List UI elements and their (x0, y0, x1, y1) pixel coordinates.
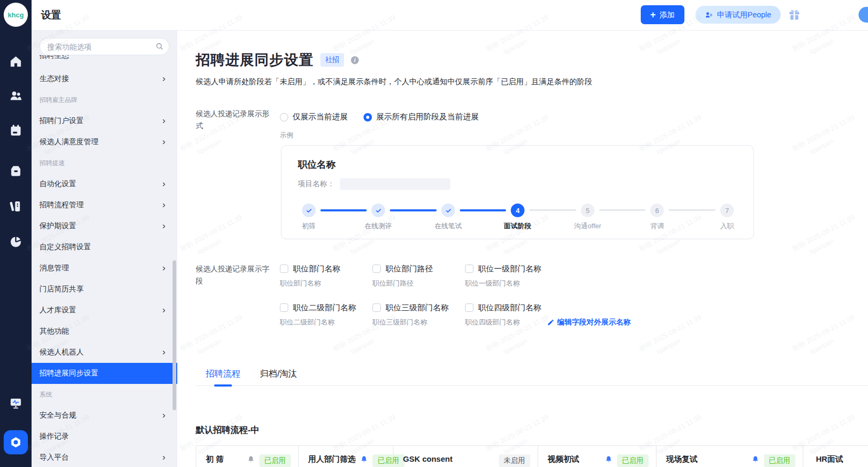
sidebar-item-import-platform[interactable]: 导入平台 (32, 447, 177, 467)
sidebar-item-custom-recruiting[interactable]: 自定义招聘设置 (32, 237, 177, 258)
company-logo[interactable]: khcg (4, 3, 28, 27)
checkbox-icon (465, 303, 473, 312)
tab-recruiting-process[interactable]: 招聘流程 (206, 368, 240, 380)
pencil-icon (547, 319, 554, 326)
sidebar-item-process-management[interactable]: 招聘流程管理 (32, 195, 177, 216)
progress-step: 6 背调 (636, 204, 678, 231)
chevron-right-icon (161, 139, 167, 145)
bell-icon[interactable] (752, 455, 759, 463)
sidebar-item-clipped[interactable]: 招聘生态 (39, 55, 69, 63)
radio-all-stages[interactable]: 展示所有启用阶段及当前进展 (364, 112, 479, 122)
plus-icon: + (650, 10, 656, 19)
briefcase-icon[interactable] (8, 164, 23, 178)
stage-table: 初 筛 已启用 用人部门筛选 已启用 GSK consent 未启用 视频初试 … (196, 445, 868, 467)
progress-step: 在线笔试 (427, 204, 469, 231)
radio-checked-icon[interactable] (364, 113, 372, 121)
progress-step: 在线测评 (357, 204, 399, 231)
sidebar-item-automation[interactable]: 自动化设置 (32, 174, 177, 195)
chevron-right-icon (161, 181, 167, 187)
info-icon[interactable]: i (351, 56, 359, 64)
step-number: 4 (511, 204, 524, 217)
checkbox-dept-l1[interactable]: 职位一级部门名称 (465, 263, 558, 275)
search-input[interactable] (39, 38, 169, 55)
trial-people-button[interactable]: 申请试用People (695, 6, 781, 24)
checkbox-dept-l3[interactable]: 职位三级部门名称 (372, 302, 465, 313)
check-icon (441, 204, 455, 217)
example-label: 示例 (280, 131, 293, 140)
checkbox-icon (372, 265, 381, 273)
field-sub-label: 职位二级部门名称 (280, 318, 372, 327)
field-sub-label: 职位三级部门名称 (372, 318, 465, 327)
top-header: 设置 + 添加 申请试用People (32, 0, 868, 31)
status-badge: 未启用 (499, 454, 531, 467)
section-description: 候选人申请所处阶段若「未启用」，或不满足展示条件时，个人中心或通知中仅展示前序「… (196, 77, 592, 87)
library-icon[interactable] (8, 199, 23, 214)
sidebar-item-other-features[interactable]: 其他功能 (32, 321, 177, 342)
chevron-right-icon (161, 266, 167, 271)
chevron-right-icon (161, 350, 167, 356)
sidebar-item-store-resume-sharing[interactable]: 门店简历共享 (32, 279, 177, 300)
tab-archive-eliminate[interactable]: 归档/淘汰 (260, 368, 297, 380)
sidebar-section-system: 系统 (32, 384, 177, 405)
progress-step: 初筛 (288, 204, 330, 231)
bell-icon[interactable] (247, 455, 255, 463)
check-icon (302, 204, 316, 217)
sidebar-item-operation-log[interactable]: 操作记录 (32, 426, 177, 447)
project-name-label: 项目名称： (298, 179, 335, 189)
radio-current-progress[interactable]: 仅展示当前进展 (280, 112, 348, 122)
stage-cell: GSK consent 未启用 (393, 446, 538, 467)
sidebar-scrollbar[interactable] (173, 260, 176, 410)
tab-active-indicator (214, 384, 232, 387)
sidebar-item-eco-integration[interactable]: 生态对接 (32, 68, 177, 89)
sidebar-item-security-compliance[interactable]: 安全与合规 (32, 405, 177, 426)
chevron-right-icon (161, 455, 167, 461)
settings-icon[interactable] (4, 430, 28, 454)
sidebar-item-talent-pool[interactable]: 人才库设置 (32, 300, 177, 321)
calendar-icon[interactable] (8, 123, 23, 138)
job-title: 职位名称 (298, 158, 336, 171)
step-number: 6 (650, 204, 664, 217)
display-fields: 职位部门名称 职位部门路径 职位一级部门名称 职位部门名称 职位部门路径 职位一… (280, 263, 659, 327)
sidebar-item-portal-settings[interactable]: 招聘门户设置 (32, 110, 177, 131)
gift-icon[interactable] (788, 8, 801, 22)
sidebar-item-candidate-satisfaction[interactable]: 候选人满意度管理 (32, 131, 177, 153)
radio-icon[interactable] (280, 113, 288, 121)
checkbox-icon (280, 265, 288, 273)
sidebar-item-message-management[interactable]: 消息管理 (32, 258, 177, 279)
partial-circle-icon[interactable] (859, 7, 868, 23)
chevron-right-icon (161, 308, 167, 313)
step-number: 5 (581, 204, 594, 217)
users-icon[interactable] (8, 88, 23, 103)
field-sub-label: 职位部门路径 (372, 279, 465, 288)
add-button[interactable]: + 添加 (641, 5, 684, 24)
checkbox-dept-l4[interactable]: 职位四级部门名称 (465, 302, 558, 313)
sidebar-item-protection-period[interactable]: 保护期设置 (32, 216, 177, 237)
bell-icon[interactable] (605, 455, 612, 463)
sidebar-item-progress-sync[interactable]: 招聘进展同步设置 (32, 363, 177, 384)
checkbox-icon (280, 303, 288, 312)
monitor-icon[interactable] (8, 395, 23, 410)
check-icon (371, 204, 385, 217)
app-rail: khcg (0, 0, 32, 467)
sidebar-section-employer-brand: 招聘雇主品牌 (32, 89, 177, 110)
sidebar-section-speedup: 招聘提速 (32, 153, 177, 174)
edit-field-names-link[interactable]: 编辑字段对外展示名称 (547, 318, 631, 327)
progress-step-current: 4 面试阶段 (497, 204, 539, 231)
display-fields-label: 候选人投递记录展示字段 (196, 263, 269, 287)
home-icon[interactable] (8, 54, 23, 69)
pie-chart-icon[interactable] (8, 235, 23, 249)
stage-cell: HR面试 (803, 446, 868, 467)
chevron-right-icon (161, 224, 167, 229)
recruit-type-badge: 社招 (320, 53, 344, 67)
checkbox-dept-path[interactable]: 职位部门路径 (372, 263, 465, 275)
progress-step: 7 入职 (706, 204, 748, 231)
field-sub-label: 职位部门名称 (280, 279, 372, 288)
tab-divider (196, 385, 868, 386)
checkbox-dept-l2[interactable]: 职位二级部门名称 (280, 302, 372, 313)
checkbox-icon (465, 265, 473, 273)
sidebar-item-candidate-bot[interactable]: 候选人机器人 (32, 342, 177, 363)
checkbox-dept-name[interactable]: 职位部门名称 (280, 263, 372, 275)
chevron-right-icon (161, 413, 167, 419)
bell-icon[interactable] (360, 455, 368, 463)
project-name-placeholder (340, 178, 450, 190)
